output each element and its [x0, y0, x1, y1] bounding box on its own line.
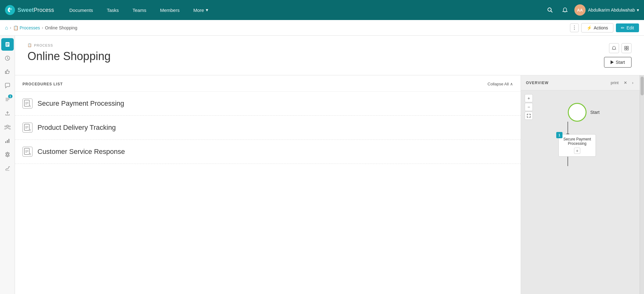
sidebar-item-thumbs[interactable]	[1, 66, 14, 78]
chevron-down-icon: ▾	[206, 7, 208, 13]
nav-item-more[interactable]: More ▾	[186, 0, 215, 20]
sidebar-item-upload[interactable]	[1, 107, 14, 119]
svg-rect-19	[8, 139, 9, 143]
overview-header-actions: print ✕ ›	[609, 80, 635, 86]
sidebar-item-clock[interactable]	[1, 52, 14, 64]
breadcrumb-separator-1: ›	[10, 26, 11, 30]
header-icons	[609, 43, 632, 53]
sidebar-item-signature[interactable]	[1, 162, 14, 175]
layout-icon-button[interactable]	[622, 43, 632, 53]
bell-button[interactable]	[609, 43, 619, 53]
procedures-title: PROCEDURES LIST	[22, 82, 63, 86]
logo-area[interactable]: SweetProcess	[0, 5, 62, 15]
svg-rect-17	[5, 141, 6, 143]
flow-arrow-2	[567, 157, 568, 166]
procedure-name-2: Product Delivery Tracking	[37, 124, 116, 132]
svg-rect-10	[5, 71, 6, 74]
start-button[interactable]: Start	[604, 57, 632, 68]
sidebar-item-chat[interactable]	[1, 79, 14, 92]
sidebar-item-list[interactable]: 1	[1, 93, 14, 106]
scrollbar-thumb[interactable]	[641, 77, 644, 95]
breadcrumb-separator-2: ›	[42, 26, 43, 30]
flow-step-add-button[interactable]: +	[574, 148, 580, 154]
flow-start-label: Start	[590, 110, 600, 115]
process-header-right: Start	[604, 43, 632, 68]
list-badge: 1	[8, 94, 12, 98]
edit-button[interactable]: ✏ Edit	[616, 23, 639, 32]
breadcrumb: ⌂ › 📋 Processes › Online Shopping	[5, 25, 77, 31]
lightning-icon: ⚡	[587, 25, 592, 30]
breadcrumb-actions: ⋮ ⚡ Actions ✏ Edit	[570, 23, 639, 33]
process-title: Online Shopping	[27, 50, 111, 63]
procedures-header: PROCEDURES LIST Collapse All ∧	[15, 75, 521, 92]
overview-header: OVERVIEW print ✕ ›	[521, 75, 640, 90]
forward-overview-button[interactable]: ›	[631, 80, 635, 86]
content-area: 📋 PROCESS Online Shopping	[15, 36, 644, 294]
svg-rect-18	[7, 140, 8, 143]
breadcrumb-current: Online Shopping	[45, 25, 77, 30]
svg-rect-23	[627, 46, 628, 48]
edit-icon: ✏	[621, 25, 625, 30]
nav-item-members[interactable]: Members	[153, 0, 186, 20]
processes-icon: 📋	[13, 25, 18, 30]
process-info: 📋 PROCESS Online Shopping	[27, 43, 111, 63]
home-icon[interactable]: ⌂	[5, 25, 8, 31]
process-label: 📋 PROCESS	[27, 43, 111, 47]
zoom-out-button[interactable]: −	[525, 103, 533, 111]
close-overview-button[interactable]: ✕	[622, 80, 628, 86]
svg-line-9	[7, 58, 8, 59]
svg-line-2	[551, 11, 552, 13]
zoom-in-button[interactable]: +	[525, 94, 533, 102]
sidebar-item-chart[interactable]	[1, 134, 14, 147]
nav-item-teams[interactable]: Teams	[126, 0, 153, 20]
nav-item-documents[interactable]: Documents	[62, 0, 100, 20]
right-scrollbar[interactable]	[640, 75, 644, 294]
left-sidebar: 1	[0, 36, 15, 294]
flow-arrow-1	[567, 122, 568, 134]
logo-icon	[5, 5, 15, 15]
chevron-up-icon: ∧	[510, 82, 513, 86]
procedure-item-3[interactable]: 3 Customer Service Response	[15, 140, 521, 164]
svg-point-14	[7, 125, 8, 127]
process-header: 📋 PROCESS Online Shopping	[15, 36, 644, 75]
flow-step-1[interactable]: 1 Secure Payment Processing +	[558, 134, 596, 157]
search-icon-button[interactable]	[544, 4, 556, 16]
overview-canvas: + −	[521, 90, 640, 294]
nav-items: Documents Tasks Teams Members More ▾	[62, 0, 544, 20]
procedure-item-2[interactable]: 2 Product Delivery Tracking	[15, 116, 521, 140]
top-navigation: SweetProcess Documents Tasks Teams Membe…	[0, 0, 644, 20]
svg-rect-25	[627, 48, 628, 50]
avatar: AA	[574, 4, 586, 16]
breadcrumb-processes-link[interactable]: 📋 Processes	[13, 25, 40, 30]
svg-point-20	[7, 154, 8, 155]
svg-point-0	[10, 8, 12, 10]
sidebar-item-document[interactable]	[1, 38, 14, 51]
procedure-name-3: Customer Service Response	[37, 148, 125, 156]
more-options-button[interactable]: ⋮	[570, 23, 579, 32]
nav-right: AA Abdulkarim Abdulwahab ▾	[544, 4, 644, 16]
bottom-section: PROCEDURES LIST Collapse All ∧	[15, 75, 644, 294]
overview-zoom-controls: + −	[525, 94, 533, 120]
user-area[interactable]: AA Abdulkarim Abdulwahab ▾	[574, 4, 639, 16]
collapse-all-button[interactable]: Collapse All ∧	[488, 82, 513, 86]
actions-button[interactable]: ⚡ Actions	[581, 23, 613, 33]
main-layout: 1	[0, 36, 644, 294]
user-dropdown-chevron: ▾	[637, 8, 639, 13]
breadcrumb-bar: ⌂ › 📋 Processes › Online Shopping ⋮ ⚡ Ac…	[0, 20, 644, 36]
print-button[interactable]: print	[609, 80, 620, 86]
process-icon: 📋	[27, 43, 32, 47]
flow-start-node	[568, 103, 587, 122]
overview-title: OVERVIEW	[526, 81, 548, 85]
procedure-number-1: 1	[22, 99, 32, 109]
overview-panel: OVERVIEW print ✕ › + −	[521, 75, 640, 294]
procedure-number-2: 2	[22, 123, 32, 133]
logo-text: SweetProcess	[17, 7, 54, 13]
sidebar-item-settings[interactable]	[1, 148, 14, 161]
nav-item-tasks[interactable]: Tasks	[100, 0, 126, 20]
sidebar-item-team[interactable]	[1, 121, 14, 133]
bell-icon-button[interactable]	[559, 4, 571, 16]
svg-point-16	[9, 126, 10, 127]
procedure-name-1: Secure Payment Processing	[37, 99, 124, 108]
fit-screen-button[interactable]	[525, 112, 533, 120]
procedure-item-1[interactable]: 1 Secure Payment Processing	[15, 92, 521, 116]
